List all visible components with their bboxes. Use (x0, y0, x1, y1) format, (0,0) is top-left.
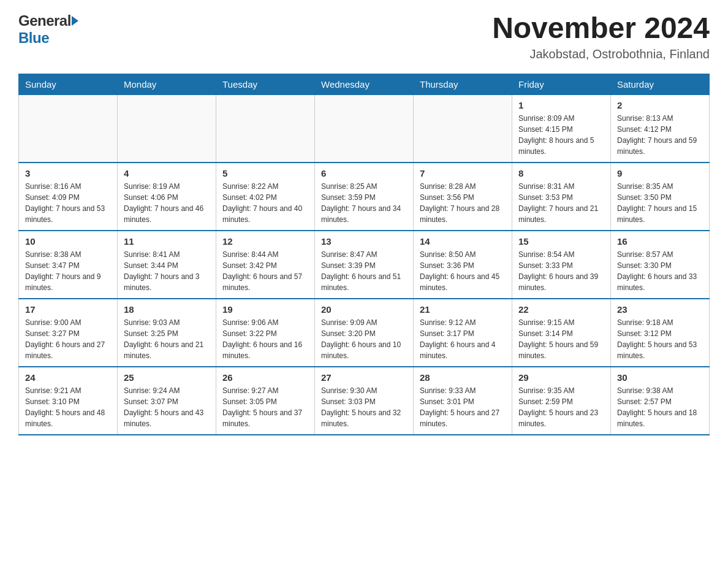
day-number: 21 (420, 304, 506, 315)
weekday-header-thursday: Thursday (414, 74, 512, 94)
title-section: November 2024 Jakobstad, Ostrobothnia, F… (492, 12, 710, 61)
calendar-cell: 10 Sunrise: 8:38 AMSunset: 3:47 PMDaylig… (19, 231, 118, 299)
calendar-cell: 29 Sunrise: 9:35 AMSunset: 2:59 PMDaylig… (512, 367, 611, 435)
calendar-cell: 5 Sunrise: 8:22 AMSunset: 4:02 PMDayligh… (216, 163, 315, 231)
day-number: 5 (222, 168, 308, 178)
logo-arrow-icon (72, 16, 78, 26)
calendar-cell: 9 Sunrise: 8:35 AMSunset: 3:50 PMDayligh… (611, 163, 710, 231)
location-title: Jakobstad, Ostrobothnia, Finland (492, 47, 710, 61)
calendar-cell: 30 Sunrise: 9:38 AMSunset: 2:57 PMDaylig… (611, 367, 710, 435)
weekday-header-monday: Monday (118, 74, 216, 94)
day-number: 14 (420, 236, 506, 247)
month-title: November 2024 (492, 12, 710, 45)
logo-blue-text: Blue (18, 29, 49, 47)
calendar-cell: 6 Sunrise: 8:25 AMSunset: 3:59 PMDayligh… (315, 163, 414, 231)
calendar-cell: 15 Sunrise: 8:54 AMSunset: 3:33 PMDaylig… (512, 231, 611, 299)
day-number: 27 (321, 372, 407, 383)
calendar-cell: 12 Sunrise: 8:44 AMSunset: 3:42 PMDaylig… (216, 231, 315, 299)
calendar-cell: 7 Sunrise: 8:28 AMSunset: 3:56 PMDayligh… (414, 163, 512, 231)
calendar-cell: 20 Sunrise: 9:09 AMSunset: 3:20 PMDaylig… (315, 299, 414, 367)
calendar-cell: 2 Sunrise: 8:13 AMSunset: 4:12 PMDayligh… (611, 94, 710, 163)
calendar-cell: 24 Sunrise: 9:21 AMSunset: 3:10 PMDaylig… (19, 367, 118, 435)
day-number: 30 (617, 372, 703, 383)
calendar-week-row: 24 Sunrise: 9:21 AMSunset: 3:10 PMDaylig… (19, 367, 710, 435)
day-info: Sunrise: 9:09 AMSunset: 3:20 PMDaylight:… (321, 317, 407, 361)
day-number: 26 (222, 372, 308, 383)
calendar-week-row: 17 Sunrise: 9:00 AMSunset: 3:27 PMDaylig… (19, 299, 710, 367)
day-info: Sunrise: 9:15 AMSunset: 3:14 PMDaylight:… (518, 317, 604, 361)
day-info: Sunrise: 8:16 AMSunset: 4:09 PMDaylight:… (25, 181, 111, 225)
day-info: Sunrise: 8:25 AMSunset: 3:59 PMDaylight:… (321, 181, 407, 225)
day-number: 18 (124, 304, 210, 315)
day-info: Sunrise: 8:47 AMSunset: 3:39 PMDaylight:… (321, 249, 407, 293)
calendar-cell: 28 Sunrise: 9:33 AMSunset: 3:01 PMDaylig… (414, 367, 512, 435)
day-info: Sunrise: 9:12 AMSunset: 3:17 PMDaylight:… (420, 317, 506, 361)
calendar-cell: 13 Sunrise: 8:47 AMSunset: 3:39 PMDaylig… (315, 231, 414, 299)
calendar-cell: 19 Sunrise: 9:06 AMSunset: 3:22 PMDaylig… (216, 299, 315, 367)
calendar-cell (414, 94, 512, 163)
calendar-cell: 8 Sunrise: 8:31 AMSunset: 3:53 PMDayligh… (512, 163, 611, 231)
calendar-cell: 16 Sunrise: 8:57 AMSunset: 3:30 PMDaylig… (611, 231, 710, 299)
day-number: 25 (124, 372, 210, 383)
calendar-cell: 21 Sunrise: 9:12 AMSunset: 3:17 PMDaylig… (414, 299, 512, 367)
day-number: 16 (617, 236, 703, 247)
day-info: Sunrise: 9:00 AMSunset: 3:27 PMDaylight:… (25, 317, 111, 361)
page-header: General Blue November 2024 Jakobstad, Os… (18, 12, 710, 61)
calendar-cell: 25 Sunrise: 9:24 AMSunset: 3:07 PMDaylig… (118, 367, 216, 435)
day-info: Sunrise: 8:22 AMSunset: 4:02 PMDaylight:… (222, 181, 308, 225)
logo: General Blue (18, 12, 78, 47)
day-number: 10 (25, 236, 111, 247)
day-info: Sunrise: 8:13 AMSunset: 4:12 PMDaylight:… (617, 113, 703, 157)
day-info: Sunrise: 9:33 AMSunset: 3:01 PMDaylight:… (420, 385, 506, 429)
calendar-week-row: 3 Sunrise: 8:16 AMSunset: 4:09 PMDayligh… (19, 163, 710, 231)
calendar-header-row: SundayMondayTuesdayWednesdayThursdayFrid… (19, 74, 710, 94)
day-info: Sunrise: 8:50 AMSunset: 3:36 PMDaylight:… (420, 249, 506, 293)
day-number: 3 (25, 168, 111, 178)
day-info: Sunrise: 8:38 AMSunset: 3:47 PMDaylight:… (25, 249, 111, 293)
day-number: 9 (617, 168, 703, 178)
day-info: Sunrise: 8:28 AMSunset: 3:56 PMDaylight:… (420, 181, 506, 225)
weekday-header-sunday: Sunday (19, 74, 118, 94)
day-info: Sunrise: 9:21 AMSunset: 3:10 PMDaylight:… (25, 385, 111, 429)
day-info: Sunrise: 9:24 AMSunset: 3:07 PMDaylight:… (124, 385, 210, 429)
calendar-table: SundayMondayTuesdayWednesdayThursdayFrid… (18, 74, 710, 435)
weekday-header-tuesday: Tuesday (216, 74, 315, 94)
calendar-cell (216, 94, 315, 163)
day-number: 23 (617, 304, 703, 315)
calendar-cell: 1 Sunrise: 8:09 AMSunset: 4:15 PMDayligh… (512, 94, 611, 163)
day-number: 4 (124, 168, 210, 178)
day-number: 15 (518, 236, 604, 247)
calendar-cell: 11 Sunrise: 8:41 AMSunset: 3:44 PMDaylig… (118, 231, 216, 299)
calendar-cell: 17 Sunrise: 9:00 AMSunset: 3:27 PMDaylig… (19, 299, 118, 367)
day-number: 11 (124, 236, 210, 247)
day-number: 2 (617, 100, 703, 110)
day-number: 6 (321, 168, 407, 178)
weekday-header-saturday: Saturday (611, 74, 710, 94)
day-info: Sunrise: 8:57 AMSunset: 3:30 PMDaylight:… (617, 249, 703, 293)
day-number: 22 (518, 304, 604, 315)
calendar-cell: 27 Sunrise: 9:30 AMSunset: 3:03 PMDaylig… (315, 367, 414, 435)
calendar-cell (315, 94, 414, 163)
calendar-week-row: 1 Sunrise: 8:09 AMSunset: 4:15 PMDayligh… (19, 94, 710, 163)
day-info: Sunrise: 8:54 AMSunset: 3:33 PMDaylight:… (518, 249, 604, 293)
day-number: 19 (222, 304, 308, 315)
weekday-header-friday: Friday (512, 74, 611, 94)
day-info: Sunrise: 9:03 AMSunset: 3:25 PMDaylight:… (124, 317, 210, 361)
calendar-cell: 14 Sunrise: 8:50 AMSunset: 3:36 PMDaylig… (414, 231, 512, 299)
day-number: 20 (321, 304, 407, 315)
day-number: 24 (25, 372, 111, 383)
calendar-cell: 26 Sunrise: 9:27 AMSunset: 3:05 PMDaylig… (216, 367, 315, 435)
calendar-cell: 23 Sunrise: 9:18 AMSunset: 3:12 PMDaylig… (611, 299, 710, 367)
calendar-cell (19, 94, 118, 163)
day-info: Sunrise: 9:27 AMSunset: 3:05 PMDaylight:… (222, 385, 308, 429)
day-info: Sunrise: 8:35 AMSunset: 3:50 PMDaylight:… (617, 181, 703, 225)
logo-general-text: General (18, 12, 71, 29)
calendar-cell (118, 94, 216, 163)
day-info: Sunrise: 8:19 AMSunset: 4:06 PMDaylight:… (124, 181, 210, 225)
calendar-cell: 4 Sunrise: 8:19 AMSunset: 4:06 PMDayligh… (118, 163, 216, 231)
day-info: Sunrise: 9:06 AMSunset: 3:22 PMDaylight:… (222, 317, 308, 361)
calendar-week-row: 10 Sunrise: 8:38 AMSunset: 3:47 PMDaylig… (19, 231, 710, 299)
day-info: Sunrise: 9:18 AMSunset: 3:12 PMDaylight:… (617, 317, 703, 361)
calendar-cell: 18 Sunrise: 9:03 AMSunset: 3:25 PMDaylig… (118, 299, 216, 367)
day-info: Sunrise: 9:30 AMSunset: 3:03 PMDaylight:… (321, 385, 407, 429)
